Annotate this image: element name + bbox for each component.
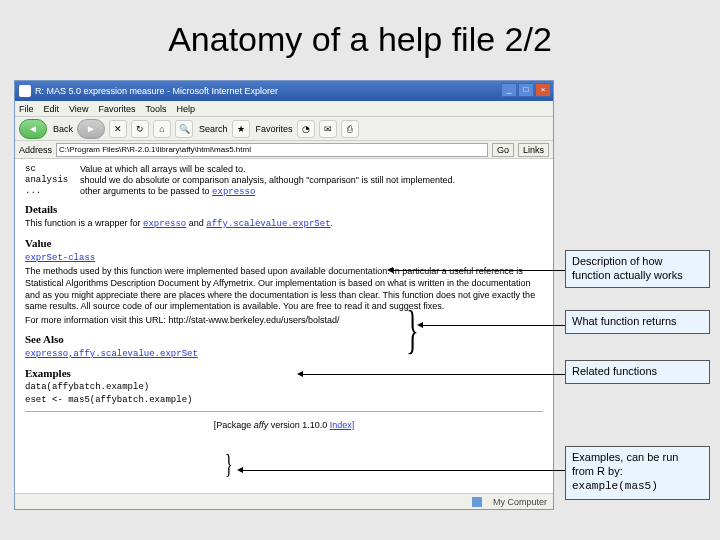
arg-desc: should we do absolute or comparison anal… xyxy=(80,175,543,185)
menu-file[interactable]: File xyxy=(19,104,34,114)
menu-tools[interactable]: Tools xyxy=(145,104,166,114)
back-label: Back xyxy=(53,124,73,134)
print-button[interactable]: ⎙ xyxy=(341,120,359,138)
arrow-icon xyxy=(300,374,565,375)
address-input[interactable] xyxy=(56,143,488,157)
favorites-icon[interactable]: ★ xyxy=(232,120,250,138)
toolbar: ◄ Back ► ✕ ↻ ⌂ 🔍 Search ★ Favorites ◔ ✉ … xyxy=(15,117,553,141)
example-line: data(affybatch.example) xyxy=(25,382,543,394)
minimize-button[interactable]: _ xyxy=(501,83,517,97)
search-label: Search xyxy=(199,124,228,134)
callout-seealso: Related functions xyxy=(565,360,710,384)
expresso-link[interactable]: expresso xyxy=(212,187,255,197)
go-button[interactable]: Go xyxy=(492,143,514,157)
callout-examples: Examples, can be run from R by: example(… xyxy=(565,446,710,500)
ie-icon xyxy=(19,85,31,97)
browser-window: R: MAS 5.0 expression measure - Microsof… xyxy=(14,80,554,510)
window-title: R: MAS 5.0 expression measure - Microsof… xyxy=(35,86,278,96)
callout-details: Description of how function actually wor… xyxy=(565,250,710,288)
section-value: Value xyxy=(25,237,543,249)
menu-view[interactable]: View xyxy=(69,104,88,114)
address-label: Address xyxy=(19,145,52,155)
slide-title: Anatomy of a help file 2/2 xyxy=(0,20,720,59)
search-icon[interactable]: 🔍 xyxy=(175,120,193,138)
seealso-links[interactable]: expresso,affy.scalevalue.exprSet xyxy=(25,349,198,359)
section-examples: Examples xyxy=(25,367,543,379)
computer-icon xyxy=(472,497,482,507)
expresso-link[interactable]: expresso xyxy=(143,219,186,229)
arg-desc: other arguments to be passed to expresso xyxy=(80,186,543,197)
section-details: Details xyxy=(25,203,543,215)
arg-name: ... xyxy=(25,186,80,197)
details-text: This function is a wrapper for expresso … xyxy=(25,218,543,231)
arg-desc: Value at which all arrays will be scaled… xyxy=(80,164,543,174)
titlebar: R: MAS 5.0 expression measure - Microsof… xyxy=(15,81,553,101)
section-seealso: See Also xyxy=(25,333,543,345)
address-bar: Address Go Links xyxy=(15,141,553,159)
history-button[interactable]: ◔ xyxy=(297,120,315,138)
menu-favorites[interactable]: Favorites xyxy=(98,104,135,114)
arrow-icon xyxy=(240,470,565,471)
arrow-icon xyxy=(390,270,565,271)
back-button[interactable]: ◄ xyxy=(19,119,47,139)
menu-help[interactable]: Help xyxy=(176,104,195,114)
favorites-label: Favorites xyxy=(256,124,293,134)
package-footer: [Package affy version 1.10.0 Index] xyxy=(25,420,543,432)
example-line: eset <- mas5(affybatch.example) xyxy=(25,395,543,407)
home-button[interactable]: ⌂ xyxy=(153,120,171,138)
status-zone: My Computer xyxy=(493,497,547,507)
arg-row: ... other arguments to be passed to expr… xyxy=(25,186,543,197)
refresh-button[interactable]: ↻ xyxy=(131,120,149,138)
value-paragraph: The methods used by this function were i… xyxy=(25,266,543,313)
divider xyxy=(25,411,543,412)
arg-row: sc Value at which all arrays will be sca… xyxy=(25,164,543,174)
arg-name: analysis xyxy=(25,175,80,185)
links-button[interactable]: Links xyxy=(518,143,549,157)
forward-button[interactable]: ► xyxy=(77,119,105,139)
menu-edit[interactable]: Edit xyxy=(44,104,60,114)
index-link[interactable]: Index] xyxy=(330,420,355,430)
affy-scalevalue-link[interactable]: affy.scalevalue.exprSet xyxy=(206,219,330,229)
brace-icon: } xyxy=(225,448,233,480)
brace-icon: } xyxy=(406,300,418,359)
close-button[interactable]: × xyxy=(535,83,551,97)
exprset-link[interactable]: exprSet-class xyxy=(25,253,95,263)
stop-button[interactable]: ✕ xyxy=(109,120,127,138)
callout-value: What function returns xyxy=(565,310,710,334)
status-bar: My Computer xyxy=(15,493,553,509)
arrow-icon xyxy=(420,325,565,326)
arg-name: sc xyxy=(25,164,80,174)
arg-row: analysis should we do absolute or compar… xyxy=(25,175,543,185)
menubar: File Edit View Favorites Tools Help xyxy=(15,101,553,117)
window-controls: _ □ × xyxy=(501,83,551,97)
mail-button[interactable]: ✉ xyxy=(319,120,337,138)
maximize-button[interactable]: □ xyxy=(518,83,534,97)
